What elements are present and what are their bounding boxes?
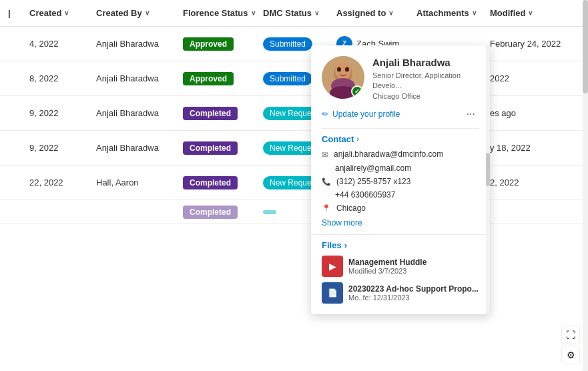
row5-created: 22, 2022 xyxy=(27,177,93,188)
verified-icon: ✓ xyxy=(351,85,363,97)
svg-point-4 xyxy=(345,67,349,72)
popup-scrollbar-thumb[interactable] xyxy=(486,153,490,186)
dmc-badge-new-request-4 xyxy=(263,210,276,214)
files-section-header[interactable]: Files › xyxy=(322,240,479,250)
update-profile-label: Update your profile xyxy=(332,109,400,119)
florence-badge-completed-3: Completed xyxy=(183,176,238,190)
row5-created-by: Hall, Aaron xyxy=(93,177,180,188)
file-name: Management Huddle xyxy=(348,258,479,267)
table-row[interactable]: 9, 2022 Anjali Bharadwa Completed New Re… xyxy=(0,131,588,165)
show-more-button[interactable]: Show more xyxy=(322,217,362,229)
svg-point-3 xyxy=(337,67,341,72)
table-container: | Created ∨ Created By ∨ Florence Status… xyxy=(0,0,588,371)
files-label: Files xyxy=(322,240,342,250)
row1-created: 4, 2022 xyxy=(27,39,93,49)
expand-icon-button[interactable]: ⛶ xyxy=(561,326,580,344)
settings-area: ⚙ xyxy=(561,346,580,364)
col-modified-header[interactable]: Modified ∨ xyxy=(487,8,567,18)
contact-email-secondary: anjalirely@gmail.com xyxy=(335,163,479,173)
contact-chevron-icon: › xyxy=(356,135,358,143)
profile-avatar: ✓ xyxy=(322,56,364,99)
created-header-label: Created xyxy=(29,8,61,18)
row1-modified: February 24, 2022 xyxy=(487,39,567,49)
file-modified-2: Mo..fe: 12/31/2023 xyxy=(348,294,479,302)
row3-modified: es ago xyxy=(487,108,567,118)
created-by-header-label: Created By xyxy=(96,8,142,18)
contact-section-header[interactable]: Contact › xyxy=(322,134,479,144)
assigned-sort-icon: ∨ xyxy=(388,9,393,17)
created-by-sort-icon: ∨ xyxy=(145,9,150,17)
contact-phone-primary: 📞 (312) 255-8757 x123 xyxy=(322,177,479,186)
row1-florence: Approved xyxy=(180,37,260,51)
popup-scrollbar-track[interactable] xyxy=(486,45,490,314)
dmc-badge-submitted-2: Submitted xyxy=(263,72,312,85)
doc-file-icon: 📄 xyxy=(322,282,343,304)
col-check-header[interactable]: | xyxy=(5,8,27,18)
row3-created: 9, 2022 xyxy=(27,108,93,118)
file-info-2: 20230223 Ad-hoc Support Propo... Mo..fe:… xyxy=(348,284,479,302)
row2-created-by: Anjali Bharadwa xyxy=(93,73,180,83)
row1-created-by: Anjali Bharadwa xyxy=(93,39,180,49)
florence-header-label: Florence Status xyxy=(183,8,248,18)
table-row[interactable]: 22, 2022 Hall, Aaron Completed New Reque… xyxy=(0,165,588,200)
florence-badge-completed-4: Completed xyxy=(183,206,238,219)
florence-badge-approved: Approved xyxy=(183,37,234,51)
col-florence-header[interactable]: Florence Status ∨ xyxy=(180,8,260,18)
scrollbar-track[interactable] xyxy=(583,0,588,371)
side-icons: ⛶ xyxy=(561,326,580,344)
florence-badge-completed: Completed xyxy=(183,107,238,120)
files-section: Files › ▶ Management Huddle Modified 3/7… xyxy=(311,234,490,314)
table-row[interactable]: 8, 2022 Anjali Bharadwa Approved Submitt… xyxy=(0,61,588,96)
row2-florence: Approved xyxy=(180,72,260,85)
update-profile-button[interactable]: ✏ Update your profile xyxy=(322,107,400,121)
profile-location: Chicago Office xyxy=(372,92,479,100)
profile-card-header: ✓ Anjali Bharadwa Senior Director, Appli… xyxy=(311,45,490,107)
row3-florence: Completed xyxy=(180,107,260,120)
florence-badge-approved-2: Approved xyxy=(183,72,234,85)
more-options-button[interactable]: ··· xyxy=(463,107,479,121)
mail-icon: ✉ xyxy=(322,150,328,159)
table-header: | Created ∨ Created By ∨ Florence Status… xyxy=(0,0,588,27)
location-icon: 📍 xyxy=(322,204,331,213)
scrollbar-thumb[interactable] xyxy=(583,0,588,93)
contact-phone-secondary: +44 6306605937 xyxy=(335,190,479,200)
florence-badge-completed-2: Completed xyxy=(183,141,238,155)
row5-modified: 2, 2022 xyxy=(487,177,567,188)
col-created-header[interactable]: Created ∨ xyxy=(27,8,93,18)
dmc-header-label: DMC Status xyxy=(263,8,312,18)
file-name-2: 20230223 Ad-hoc Support Propo... xyxy=(348,284,479,294)
row3-created-by: Anjali Bharadwa xyxy=(93,108,180,118)
profile-card: ✓ Anjali Bharadwa Senior Director, Appli… xyxy=(311,45,490,314)
row2-created: 8, 2022 xyxy=(27,73,93,83)
table-row[interactable]: Completed xyxy=(0,200,588,224)
play-icon: ▶ xyxy=(329,261,336,272)
florence-sort-icon: ∨ xyxy=(251,9,256,17)
row4-florence: Completed xyxy=(180,141,260,155)
check-icon: | xyxy=(8,8,11,18)
file-item[interactable]: 📄 20230223 Ad-hoc Support Propo... Mo..f… xyxy=(322,282,479,304)
file-item[interactable]: ▶ Management Huddle Modified 3/7/2023 xyxy=(322,256,479,277)
assigned-header-label: Assigned to xyxy=(336,8,386,18)
contact-label: Contact xyxy=(322,134,354,144)
file-info: Management Huddle Modified 3/7/2023 xyxy=(348,258,479,275)
dmc-sort-icon: ∨ xyxy=(314,9,319,17)
video-file-icon: ▶ xyxy=(322,256,343,277)
modified-sort-icon: ∨ xyxy=(528,9,533,17)
col-created-by-header[interactable]: Created By ∨ xyxy=(93,8,180,18)
table-row[interactable]: 4, 2022 Anjali Bharadwa Approved Submitt… xyxy=(0,27,588,61)
contact-location: 📍 Chicago xyxy=(322,204,479,213)
table-row[interactable]: 9, 2022 Anjali Bharadwa Completed New Re… xyxy=(0,96,588,131)
col-attachments-header[interactable]: Attachments ∨ xyxy=(414,8,487,18)
contact-section: Contact › ✉ anjali.bharadwa@dmcinfo.com … xyxy=(311,129,490,234)
profile-name: Anjali Bharadwa xyxy=(372,56,479,69)
pencil-icon: ✏ xyxy=(322,109,328,119)
attachments-header-label: Attachments xyxy=(416,8,469,18)
col-dmc-header[interactable]: DMC Status ∨ xyxy=(260,8,334,18)
created-sort-icon: ∨ xyxy=(64,9,69,17)
profile-actions: ✏ Update your profile ··· xyxy=(311,107,490,128)
profile-title: Senior Director, Application Develo... xyxy=(372,71,479,91)
phone-icon: 📞 xyxy=(322,177,331,186)
settings-button[interactable]: ⚙ xyxy=(561,346,580,364)
col-assigned-header[interactable]: Assigned to ∨ xyxy=(334,8,414,18)
row6-florence: Completed xyxy=(180,206,260,219)
